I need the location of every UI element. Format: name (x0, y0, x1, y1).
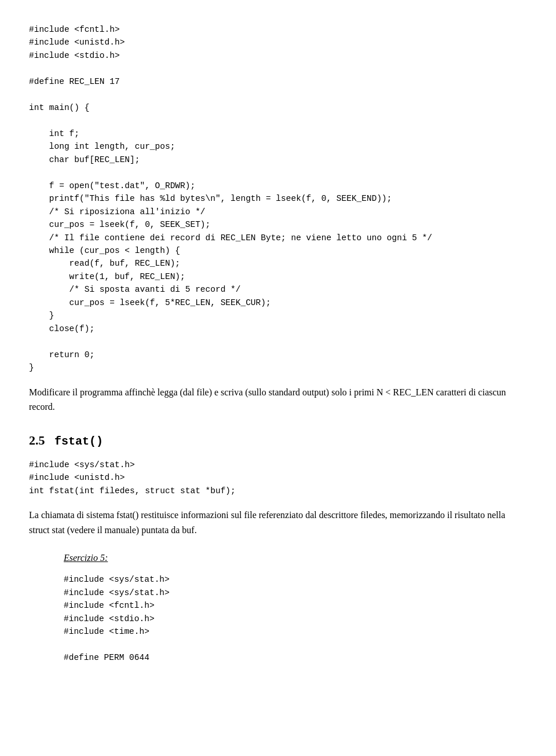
code-block-fstat-sig: #include <sys/stat.h> #include <unistd.h… (29, 458, 527, 497)
section-number: 2.5 (29, 433, 45, 447)
prose-fstat: La chiamata di sistema fstat() restituis… (29, 508, 527, 537)
code-block-main: #include <fcntl.h> #include <unistd.h> #… (29, 23, 527, 375)
exercise-label: Esercizio 5: (64, 551, 527, 565)
section-heading: 2.5 fstat() (29, 431, 527, 450)
prose-exercise: Modificare il programma affinchè legga (… (29, 385, 527, 414)
section-title: fstat() (54, 435, 103, 448)
code-block-exercise5: #include <sys/stat.h> #include <sys/stat… (64, 573, 527, 664)
